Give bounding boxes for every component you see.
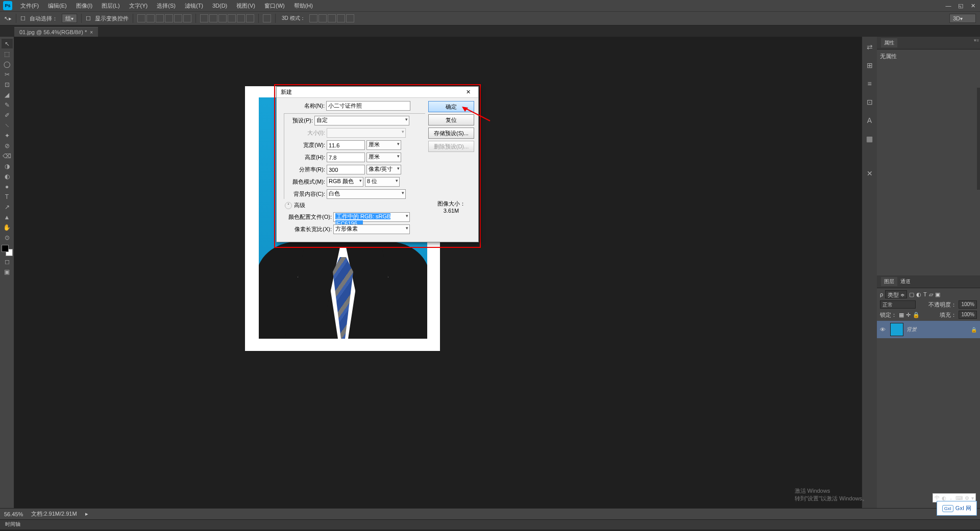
opacity-input[interactable]: 100%: [959, 300, 977, 309]
distribute-vcenter-icon[interactable]: [209, 14, 217, 22]
hand-tool[interactable]: ✋: [2, 222, 13, 232]
auto-select-checkbox[interactable]: ☐: [20, 15, 26, 22]
zoom3d-icon[interactable]: [346, 14, 354, 22]
resolution-unit-select[interactable]: 像素/英寸: [366, 165, 401, 174]
align-left-icon[interactable]: [165, 14, 173, 22]
swatches-icon[interactable]: ≡: [864, 78, 876, 90]
path-select-tool[interactable]: ↗: [2, 202, 13, 212]
stamp-tool[interactable]: ⟍: [2, 120, 13, 130]
visibility-icon[interactable]: 👁: [880, 326, 887, 333]
window-close-icon[interactable]: ✕: [969, 2, 977, 9]
pen-tool[interactable]: ●: [2, 182, 13, 191]
color-icon[interactable]: ⊞: [864, 59, 876, 71]
preset-select[interactable]: 自定: [314, 116, 409, 125]
menu-select[interactable]: 选择(S): [153, 1, 180, 11]
cancel-button[interactable]: 复位: [428, 114, 474, 125]
dialog-close-button[interactable]: ✕: [462, 89, 474, 95]
align-hcenter-icon[interactable]: [174, 14, 182, 22]
menu-window[interactable]: 窗口(W): [260, 1, 289, 11]
filter-pixel-icon[interactable]: ▢: [909, 291, 914, 298]
height-unit-select[interactable]: 厘米: [366, 153, 401, 162]
tab-layers[interactable]: 图层: [881, 277, 897, 286]
align-vcenter-icon[interactable]: [146, 14, 155, 22]
layer-filter-type[interactable]: 类型 ≑: [885, 290, 907, 298]
document-info[interactable]: 文档:2.91M/2.91M: [31, 510, 77, 518]
menu-layer[interactable]: 图层(L): [97, 1, 124, 11]
quick-select-tool[interactable]: ✂: [2, 69, 13, 79]
menu-edit[interactable]: 编辑(E): [44, 1, 71, 11]
background-select[interactable]: 白色: [327, 189, 406, 199]
save-preset-button[interactable]: 存储预设(S)...: [428, 128, 474, 139]
fill-input[interactable]: 100%: [959, 311, 977, 319]
slide3d-icon[interactable]: [337, 14, 345, 22]
distribute-bottom-icon[interactable]: [218, 14, 227, 22]
distribute-top-icon[interactable]: [200, 14, 208, 22]
menu-3d[interactable]: 3D(D): [208, 2, 231, 10]
panel-menu-icon[interactable]: ▾≡: [974, 38, 979, 43]
pan3d-icon[interactable]: [328, 14, 336, 22]
lock-all-icon[interactable]: 🔒: [913, 312, 920, 318]
history-brush-tool[interactable]: ✦: [2, 131, 13, 140]
auto-align-icon[interactable]: [263, 14, 271, 22]
workspace-select[interactable]: 3D ▾: [949, 14, 976, 23]
show-transform-checkbox[interactable]: ☐: [86, 15, 91, 22]
timeline-panel-tab[interactable]: 时间轴: [0, 519, 980, 529]
pixel-aspect-select[interactable]: 方形像素: [333, 224, 410, 234]
menu-type[interactable]: 文字(Y): [125, 1, 152, 11]
menu-file[interactable]: 文件(F): [16, 1, 43, 11]
window-minimize-icon[interactable]: —: [944, 2, 952, 9]
filter-shape-icon[interactable]: ▱: [929, 291, 933, 298]
zoom-tool[interactable]: ⊙: [2, 233, 13, 242]
foreground-color-swatch[interactable]: [2, 245, 9, 252]
ok-button[interactable]: 确定: [428, 101, 474, 112]
filter-type-icon[interactable]: T: [923, 291, 927, 297]
colormode-select[interactable]: RGB 颜色: [327, 177, 363, 187]
menu-filter[interactable]: 滤镜(T): [181, 1, 207, 11]
lock-pixels-icon[interactable]: ▦: [899, 312, 904, 318]
close-icon[interactable]: ×: [90, 30, 93, 35]
roll3d-icon[interactable]: [318, 14, 327, 22]
document-tab[interactable]: 01.jpg @ 56.4%(RGB/8#) * ×: [14, 27, 98, 37]
eyedropper-tool[interactable]: ◢: [2, 90, 13, 99]
screen-mode-icon[interactable]: ▣: [2, 267, 13, 276]
eraser-tool[interactable]: ⊘: [2, 141, 13, 150]
tools-preset-icon[interactable]: ✕: [864, 167, 876, 180]
filter-adjust-icon[interactable]: ◐: [916, 291, 921, 298]
name-field[interactable]: [326, 101, 410, 111]
healing-tool[interactable]: ✎: [2, 100, 13, 110]
tab-properties[interactable]: 属性: [881, 38, 897, 47]
blend-mode-select[interactable]: 正常: [880, 300, 916, 309]
paragraph-icon[interactable]: ▦: [864, 133, 876, 145]
distribute-hcenter-icon[interactable]: [237, 14, 245, 22]
width-field[interactable]: [327, 140, 365, 150]
menu-help[interactable]: 帮助(H): [290, 1, 317, 11]
color-swatches[interactable]: [2, 245, 13, 256]
advanced-toggle[interactable]: ˄ 高级: [285, 201, 425, 209]
marquee-tool[interactable]: ⬚: [2, 49, 13, 59]
auto-select-target-select[interactable]: 组 ▾: [62, 14, 77, 23]
align-top-icon[interactable]: [137, 14, 145, 22]
distribute-right-icon[interactable]: [246, 14, 254, 22]
shape-tool[interactable]: ▲: [2, 212, 13, 222]
menu-view[interactable]: 视图(V): [232, 1, 259, 11]
distribute-left-icon[interactable]: [228, 14, 236, 22]
tab-channels[interactable]: 通道: [897, 277, 914, 286]
height-field[interactable]: [327, 153, 365, 162]
colordepth-select[interactable]: 8 位: [365, 177, 400, 187]
align-bottom-icon[interactable]: [156, 14, 164, 22]
crop-tool[interactable]: ⊡: [2, 80, 13, 89]
resolution-field[interactable]: [327, 165, 365, 174]
quick-mask-icon[interactable]: ◻: [2, 257, 13, 266]
dodge-tool[interactable]: ◐: [2, 171, 13, 181]
gradient-tool[interactable]: ⌫: [2, 151, 13, 161]
lasso-tool[interactable]: ◯: [2, 59, 13, 69]
width-unit-select[interactable]: 厘米: [366, 140, 401, 150]
statusbar-menu-icon[interactable]: ▸: [85, 511, 88, 517]
adjustments-icon[interactable]: ⊡: [864, 96, 876, 108]
orbit3d-icon[interactable]: [309, 14, 317, 22]
brush-tool[interactable]: ✐: [2, 110, 13, 120]
layer-item-background[interactable]: 👁 背景 🔒: [877, 321, 980, 338]
history-icon[interactable]: ⇄: [864, 41, 876, 53]
dialog-titlebar[interactable]: 新建 ✕: [277, 87, 478, 98]
blur-tool[interactable]: ◑: [2, 161, 13, 171]
